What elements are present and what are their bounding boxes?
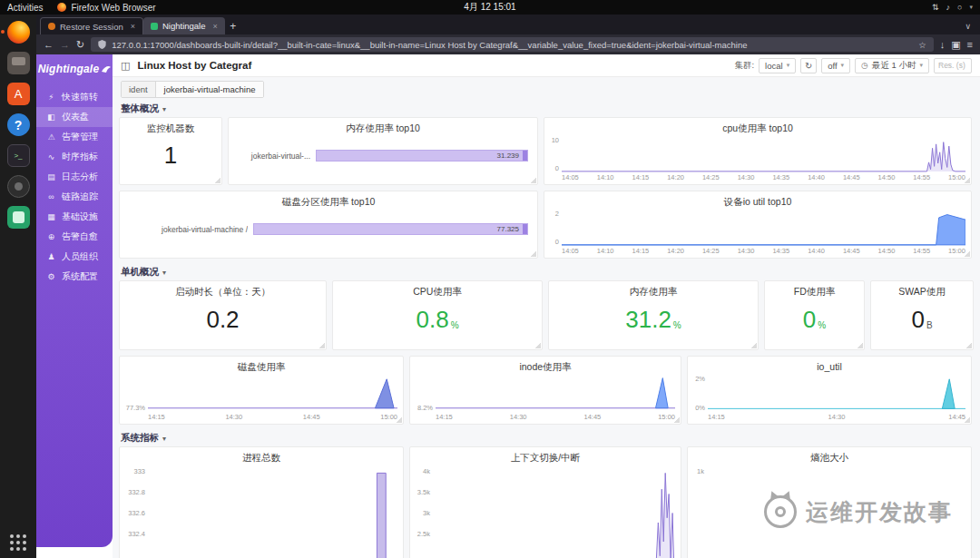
tick-label: 14:05 xyxy=(562,247,579,255)
dock-help-icon[interactable] xyxy=(7,113,30,136)
tick-label: 15:00 xyxy=(948,173,965,181)
refresh-button[interactable]: ↻ xyxy=(800,58,817,73)
new-tab-button[interactable]: + xyxy=(225,17,241,34)
tick-label: 14:30 xyxy=(828,413,846,421)
panel-swap-usage: SWAP使用 0B xyxy=(870,280,974,350)
context-switch-chart[interactable]: 4k3.5k3k2.5k xyxy=(410,464,681,558)
downloads-icon[interactable]: ↓ xyxy=(940,40,946,50)
dock-firefox-icon[interactable] xyxy=(7,21,30,44)
extensions-icon[interactable]: ▣ xyxy=(951,40,960,50)
panel-title: 启动时长（单位：天） xyxy=(120,281,326,298)
dock-software-icon[interactable] xyxy=(7,83,30,105)
disk-partition-top10-chart[interactable]: jokerbai-virtual-machine / 77.325 xyxy=(120,208,537,258)
fd-usage-value: 0% xyxy=(765,298,864,349)
sidebar-item-dashboards[interactable]: ◧ 仪表盘 xyxy=(36,107,113,127)
alert-icon: ⚠ xyxy=(46,132,56,142)
filter-value-select[interactable]: jokerbai-virtual-machine xyxy=(156,82,264,97)
chevron-down-icon: ▾ xyxy=(787,62,790,69)
resolution-input[interactable] xyxy=(934,58,972,73)
dock-terminal-icon[interactable] xyxy=(7,144,30,167)
mem-top10-chart[interactable]: jokerbai-virtual-... 31.239 xyxy=(229,134,537,184)
inode-usage-chart[interactable]: 8.2% 14:1514:3014:4515:00 xyxy=(410,373,681,424)
tab-restore-session[interactable]: Restore Session × xyxy=(40,17,143,34)
close-tab-icon[interactable]: × xyxy=(213,22,218,31)
clock-button[interactable]: 4月 12 15:01 xyxy=(464,1,515,14)
forward-button[interactable]: → xyxy=(60,40,70,50)
chevron-down-icon: ▾ xyxy=(969,4,973,11)
tick-label: 14:15 xyxy=(708,413,725,421)
show-applications-button[interactable] xyxy=(10,534,26,551)
dock-files-icon[interactable] xyxy=(7,52,30,74)
tick-label: 332.4 xyxy=(128,530,145,538)
tick-label: 15:00 xyxy=(948,247,965,255)
reload-button[interactable]: ↻ xyxy=(76,40,84,50)
io-util-chart[interactable]: 2%0% 14:1514:3014:45 xyxy=(688,373,971,424)
tick-label: 0% xyxy=(695,404,705,412)
time-range-select[interactable]: ◷ 最近 1 小时 ▾ xyxy=(855,58,929,73)
collapse-sidebar-icon[interactable]: ◫ xyxy=(121,60,130,72)
cpu-top10-chart[interactable]: 100 14:0514:1014:1514:2014:2514:3014:351… xyxy=(544,134,971,184)
device-io-top10-chart[interactable]: 20 14:0514:1014:1514:2014:2514:3014:3514… xyxy=(544,208,971,258)
url-bar[interactable]: 127.0.0.1:17000/dashboards-built-in/deta… xyxy=(91,37,933,52)
firefox-window: Restore Session × Nightingale × + ∨ ← → … xyxy=(36,15,980,558)
people-icon: ♟ xyxy=(46,252,56,261)
ident-filter[interactable]: ident jokerbai-virtual-machine xyxy=(121,81,264,98)
back-button[interactable]: ← xyxy=(44,40,54,50)
panel-title: SWAP使用 xyxy=(871,281,973,298)
tick-label: 14:45 xyxy=(948,413,965,421)
tick-label: 14:15 xyxy=(632,173,649,181)
section-single-host[interactable]: 单机概况 ▾ xyxy=(113,264,980,280)
panel-title: 监控机器数 xyxy=(120,118,221,134)
tick-label: 14:30 xyxy=(225,413,242,421)
refresh-interval-select[interactable]: off ▾ xyxy=(821,58,850,73)
tick-label: 14:30 xyxy=(510,413,527,421)
logs-icon: ▤ xyxy=(46,172,56,181)
network-icon: ⇅ xyxy=(932,3,939,12)
menu-icon[interactable]: ≡ xyxy=(967,40,973,50)
machine-count-value: 1 xyxy=(120,134,221,184)
url-text[interactable]: 127.0.0.1:17000/dashboards-built-in/deta… xyxy=(112,40,913,50)
sidebar-item-quick-jump[interactable]: ⚡ 快速筛转 xyxy=(36,87,113,107)
system-tray[interactable]: ⇅ ♪ ○ ▾ xyxy=(932,3,973,12)
dock-media-icon[interactable] xyxy=(7,175,30,198)
focused-app-title[interactable]: Firefox Web Browser xyxy=(57,3,155,13)
sidebar-item-people-org[interactable]: ♟ 人员组织 xyxy=(36,247,113,267)
os-topbar: Activities Firefox Web Browser 4月 12 15:… xyxy=(0,0,980,15)
process-total-chart[interactable]: 333332.8332.6332.4 xyxy=(120,464,403,558)
activities-button[interactable]: Activities xyxy=(7,3,43,13)
mem-usage-value: 31.2% xyxy=(549,298,758,349)
panel-machine-count: 监控机器数 1 xyxy=(119,117,222,185)
tick-label: 14:10 xyxy=(597,247,614,255)
section-overall[interactable]: 整体概况 ▾ xyxy=(113,101,980,117)
nightingale-logo[interactable]: Nightingale xyxy=(36,63,113,75)
self-healing-icon: ⊕ xyxy=(46,232,56,241)
tick-label: 0 xyxy=(555,164,559,172)
panel-title: 上下文切换/中断 xyxy=(410,447,681,464)
chevron-down-icon: ▾ xyxy=(919,62,923,69)
panel-title: 磁盘分区使用率 top10 xyxy=(120,191,537,208)
chevron-down-icon: ▾ xyxy=(162,105,166,113)
firefox-icon xyxy=(57,3,66,12)
tab-nightingale[interactable]: Nightingale × xyxy=(143,17,225,34)
cluster-select[interactable]: local ▾ xyxy=(759,58,796,73)
sidebar-item-tracing[interactable]: ∞ 链路追踪 xyxy=(36,187,113,207)
sidebar-item-system-config[interactable]: ⚙ 系统配置 xyxy=(36,267,113,287)
sidebar-item-alert-management[interactable]: ⚠ 告警管理 xyxy=(36,127,113,147)
panel-title: 进程总数 xyxy=(120,447,403,464)
sidebar-item-metrics[interactable]: ∿ 时序指标 xyxy=(36,147,113,167)
list-all-tabs-icon[interactable]: ∨ xyxy=(965,22,971,31)
sidebar-item-infrastructure[interactable]: ▦ 基础设施 xyxy=(36,207,113,227)
sidebar-item-logs[interactable]: ▤ 日志分析 xyxy=(36,167,113,187)
tick-label: 14:25 xyxy=(702,173,720,181)
filter-row: ident jokerbai-virtual-machine xyxy=(113,77,980,101)
section-system-metrics[interactable]: 系统指标 ▾ xyxy=(113,430,980,446)
tracking-protection-icon[interactable] xyxy=(98,40,106,49)
tick-label: 2 xyxy=(555,210,559,218)
disk-usage-chart[interactable]: 77.3% 14:1514:3014:4515:00 xyxy=(120,373,403,424)
panel-title: FD使用率 xyxy=(765,281,864,298)
dock-settings-icon[interactable] xyxy=(7,206,30,229)
sidebar-item-self-healing[interactable]: ⊕ 告警自愈 xyxy=(36,227,113,247)
panel-fd-usage: FD使用率 0% xyxy=(764,280,865,350)
bookmark-star-icon[interactable]: ☆ xyxy=(918,40,926,50)
close-tab-icon[interactable]: × xyxy=(131,22,135,31)
